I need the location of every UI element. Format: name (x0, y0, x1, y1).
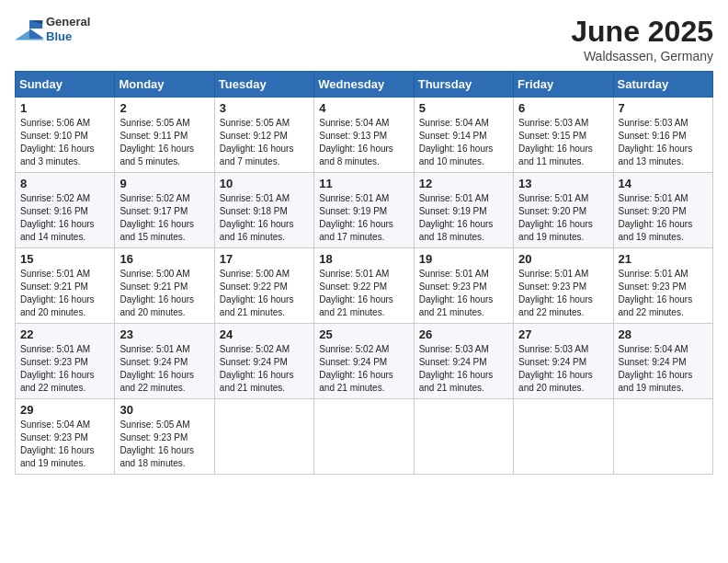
day-info: Sunrise: 5:05 AMSunset: 9:23 PMDaylight:… (119, 419, 209, 470)
day-number: 4 (319, 101, 408, 115)
day-info: Sunrise: 5:00 AMSunset: 9:22 PMDaylight:… (220, 268, 309, 319)
day-info: Sunrise: 5:02 AMSunset: 9:24 PMDaylight:… (319, 343, 408, 395)
calendar-day-28: 28Sunrise: 5:04 AMSunset: 9:24 PMDayligh… (613, 324, 712, 399)
calendar-header-sunday: Sunday (16, 72, 115, 98)
calendar-week-1: 1Sunrise: 5:06 AMSunset: 9:10 PMDaylight… (16, 98, 713, 173)
day-number: 23 (119, 327, 209, 341)
calendar-day-24: 24Sunrise: 5:02 AMSunset: 9:24 PMDayligh… (214, 324, 313, 399)
day-info: Sunrise: 5:01 AMSunset: 9:18 PMDaylight:… (220, 192, 309, 244)
day-info: Sunrise: 5:03 AMSunset: 9:24 PMDaylight:… (518, 343, 608, 395)
calendar-day-3: 3Sunrise: 5:05 AMSunset: 9:12 PMDaylight… (214, 98, 313, 173)
calendar-day-5: 5Sunrise: 5:04 AMSunset: 9:14 PMDaylight… (414, 98, 513, 173)
day-number: 3 (220, 101, 309, 115)
calendar-day-10: 10Sunrise: 5:01 AMSunset: 9:18 PMDayligh… (214, 173, 313, 248)
calendar-day-2: 2Sunrise: 5:05 AMSunset: 9:11 PMDaylight… (115, 98, 214, 173)
day-info: Sunrise: 5:01 AMSunset: 9:23 PMDaylight:… (518, 268, 608, 319)
day-number: 12 (419, 177, 508, 190)
calendar-day-20: 20Sunrise: 5:01 AMSunset: 9:23 PMDayligh… (514, 248, 613, 324)
calendar-week-2: 8Sunrise: 5:02 AMSunset: 9:16 PMDaylight… (16, 173, 713, 248)
day-number: 14 (619, 177, 708, 190)
calendar-day-empty (214, 399, 313, 475)
calendar-day-19: 19Sunrise: 5:01 AMSunset: 9:23 PMDayligh… (414, 248, 513, 324)
calendar-day-8: 8Sunrise: 5:02 AMSunset: 9:16 PMDaylight… (16, 173, 115, 248)
day-info: Sunrise: 5:01 AMSunset: 9:19 PMDaylight:… (319, 192, 408, 244)
calendar-day-12: 12Sunrise: 5:01 AMSunset: 9:19 PMDayligh… (414, 173, 513, 248)
day-info: Sunrise: 5:01 AMSunset: 9:20 PMDaylight:… (619, 192, 708, 244)
day-info: Sunrise: 5:01 AMSunset: 9:20 PMDaylight:… (518, 192, 608, 244)
calendar-day-17: 17Sunrise: 5:00 AMSunset: 9:22 PMDayligh… (214, 248, 313, 324)
day-info: Sunrise: 5:02 AMSunset: 9:17 PMDaylight:… (119, 192, 209, 244)
calendar-day-30: 30Sunrise: 5:05 AMSunset: 9:23 PMDayligh… (115, 399, 214, 475)
day-info: Sunrise: 5:01 AMSunset: 9:19 PMDaylight:… (419, 192, 508, 244)
day-number: 16 (119, 252, 209, 266)
location: Waldsassen, Germany (571, 49, 713, 63)
day-number: 7 (619, 101, 708, 115)
day-info: Sunrise: 5:03 AMSunset: 9:15 PMDaylight:… (518, 117, 608, 168)
calendar-day-9: 9Sunrise: 5:02 AMSunset: 9:17 PMDaylight… (115, 173, 214, 248)
calendar: SundayMondayTuesdayWednesdayThursdayFrid… (15, 71, 713, 475)
day-info: Sunrise: 5:02 AMSunset: 9:24 PMDaylight:… (220, 343, 309, 395)
day-number: 25 (319, 327, 408, 341)
day-number: 29 (20, 403, 109, 417)
logo-icon (15, 17, 44, 42)
day-number: 22 (20, 327, 109, 341)
day-info: Sunrise: 5:06 AMSunset: 9:10 PMDaylight:… (20, 117, 109, 168)
calendar-day-15: 15Sunrise: 5:01 AMSunset: 9:21 PMDayligh… (16, 248, 115, 324)
day-number: 6 (518, 101, 608, 115)
day-info: Sunrise: 5:04 AMSunset: 9:24 PMDaylight:… (619, 343, 708, 395)
calendar-week-5: 29Sunrise: 5:04 AMSunset: 9:23 PMDayligh… (16, 399, 713, 475)
calendar-day-18: 18Sunrise: 5:01 AMSunset: 9:22 PMDayligh… (314, 248, 414, 324)
day-number: 24 (220, 327, 309, 341)
calendar-header-monday: Monday (115, 72, 214, 98)
calendar-day-21: 21Sunrise: 5:01 AMSunset: 9:23 PMDayligh… (613, 248, 712, 324)
calendar-day-13: 13Sunrise: 5:01 AMSunset: 9:20 PMDayligh… (514, 173, 613, 248)
calendar-day-empty (613, 399, 712, 475)
day-number: 26 (419, 327, 508, 341)
calendar-day-23: 23Sunrise: 5:01 AMSunset: 9:24 PMDayligh… (115, 324, 214, 399)
day-info: Sunrise: 5:01 AMSunset: 9:21 PMDaylight:… (20, 268, 109, 319)
calendar-day-14: 14Sunrise: 5:01 AMSunset: 9:20 PMDayligh… (613, 173, 712, 248)
calendar-day-25: 25Sunrise: 5:02 AMSunset: 9:24 PMDayligh… (314, 324, 414, 399)
calendar-week-4: 22Sunrise: 5:01 AMSunset: 9:23 PMDayligh… (16, 324, 713, 399)
calendar-day-16: 16Sunrise: 5:00 AMSunset: 9:21 PMDayligh… (115, 248, 214, 324)
day-info: Sunrise: 5:02 AMSunset: 9:16 PMDaylight:… (20, 192, 109, 244)
logo-text: General Blue (46, 15, 90, 43)
calendar-day-26: 26Sunrise: 5:03 AMSunset: 9:24 PMDayligh… (414, 324, 513, 399)
day-number: 5 (419, 101, 508, 115)
day-number: 30 (119, 403, 209, 417)
day-number: 13 (518, 177, 608, 190)
calendar-day-1: 1Sunrise: 5:06 AMSunset: 9:10 PMDaylight… (16, 98, 115, 173)
day-info: Sunrise: 5:05 AMSunset: 9:12 PMDaylight:… (220, 117, 309, 168)
day-number: 19 (419, 252, 508, 266)
day-info: Sunrise: 5:03 AMSunset: 9:24 PMDaylight:… (419, 343, 508, 395)
day-number: 11 (319, 177, 408, 190)
day-info: Sunrise: 5:01 AMSunset: 9:23 PMDaylight:… (419, 268, 508, 319)
day-info: Sunrise: 5:04 AMSunset: 9:14 PMDaylight:… (419, 117, 508, 168)
day-number: 10 (220, 177, 309, 190)
day-info: Sunrise: 5:04 AMSunset: 9:13 PMDaylight:… (319, 117, 408, 168)
day-number: 21 (619, 252, 708, 266)
day-number: 18 (319, 252, 408, 266)
day-info: Sunrise: 5:05 AMSunset: 9:11 PMDaylight:… (119, 117, 209, 168)
calendar-header-friday: Friday (514, 72, 613, 98)
day-number: 27 (518, 327, 608, 341)
day-number: 15 (20, 252, 109, 266)
logo-blue: Blue (46, 29, 90, 44)
day-info: Sunrise: 5:01 AMSunset: 9:24 PMDaylight:… (119, 343, 209, 395)
header: General Blue June 2025 Waldsassen, Germa… (15, 15, 713, 63)
calendar-header-tuesday: Tuesday (214, 72, 313, 98)
calendar-day-empty (314, 399, 414, 475)
calendar-header-row: SundayMondayTuesdayWednesdayThursdayFrid… (16, 72, 713, 98)
day-number: 8 (20, 177, 109, 190)
day-number: 20 (518, 252, 608, 266)
day-info: Sunrise: 5:04 AMSunset: 9:23 PMDaylight:… (20, 419, 109, 470)
day-number: 2 (119, 101, 209, 115)
calendar-day-empty (414, 399, 513, 475)
day-info: Sunrise: 5:01 AMSunset: 9:22 PMDaylight:… (319, 268, 408, 319)
day-info: Sunrise: 5:01 AMSunset: 9:23 PMDaylight:… (619, 268, 708, 319)
calendar-header-thursday: Thursday (414, 72, 513, 98)
calendar-day-29: 29Sunrise: 5:04 AMSunset: 9:23 PMDayligh… (16, 399, 115, 475)
calendar-day-22: 22Sunrise: 5:01 AMSunset: 9:23 PMDayligh… (16, 324, 115, 399)
month-title: June 2025 (571, 15, 713, 49)
calendar-day-4: 4Sunrise: 5:04 AMSunset: 9:13 PMDaylight… (314, 98, 414, 173)
